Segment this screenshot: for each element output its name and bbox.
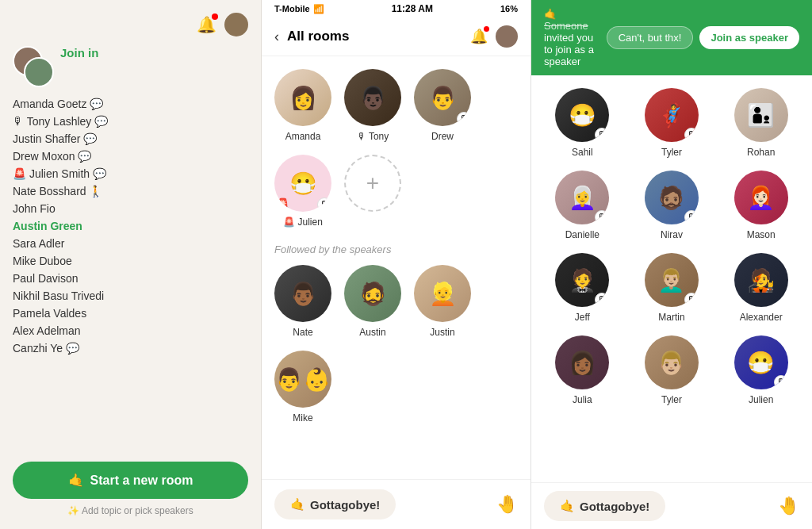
right-content: 😷 🎙 Sahil 🦸 🎙 Tyler 👨‍👦 Rohan bbox=[531, 75, 812, 482]
list-item[interactable]: Canzhi Ye 💬 bbox=[13, 339, 248, 357]
gottagobye-emoji: 🤙 bbox=[290, 497, 305, 512]
participant-item[interactable]: 👨🏼 Tyler bbox=[634, 335, 710, 405]
back-button[interactable]: ‹ bbox=[274, 29, 279, 45]
right-footer: 🤙 Gottagobye! 🤚 bbox=[531, 482, 812, 529]
participant-name: Julien bbox=[749, 394, 773, 405]
gottagobye-label: Gottagobye! bbox=[310, 498, 380, 512]
julien-emoji-badge: 🚨 bbox=[276, 197, 289, 210]
speaker-name: Nate bbox=[293, 327, 312, 338]
mute-icon: 🎙 bbox=[595, 128, 609, 142]
list-item[interactable]: Austin Green bbox=[13, 217, 248, 235]
speaker-item[interactable]: 👱 Justin bbox=[414, 265, 471, 338]
speaker-item[interactable]: 👩 Amanda bbox=[274, 69, 331, 142]
status-bar-right: 16% bbox=[500, 4, 518, 13]
join-speaker-button[interactable]: Join as speaker bbox=[699, 26, 799, 49]
right-wave-icon: 🤚 bbox=[778, 496, 799, 516]
speaker-item[interactable]: 👨🏾 Nate bbox=[274, 265, 331, 338]
list-item[interactable]: Nate Bosshard 🚶 bbox=[13, 182, 248, 200]
justin-face-icon: 👱 bbox=[414, 265, 471, 322]
amanda-face-icon: 👩 bbox=[274, 69, 331, 126]
participant-avatar-danielle: 👩‍🦳 🎙 bbox=[555, 171, 609, 224]
speaker-avatar-austin: 🧔 bbox=[344, 265, 401, 322]
nate-face-icon: 👨🏾 bbox=[274, 265, 331, 322]
speaker-item[interactable]: 😷 🚨 🎙 🚨 Julien bbox=[274, 155, 331, 228]
participant-item[interactable]: 🧑‍🎤 Alexander bbox=[722, 253, 799, 323]
gottagobye-button[interactable]: 🤙 Gottagobye! bbox=[274, 489, 396, 519]
start-room-emoji: 🤙 bbox=[68, 473, 84, 488]
participant-avatar-julien2: 😷 🎙 bbox=[734, 335, 788, 389]
participant-avatar-rohan: 👨‍👦 bbox=[734, 88, 788, 142]
status-bar-left: T-Mobile 📶 bbox=[274, 4, 324, 14]
add-topic-label[interactable]: ✨ Add topic or pick speakers bbox=[13, 505, 248, 516]
status-bar: T-Mobile 📶 11:28 AM 16% bbox=[262, 0, 530, 17]
right-gottagobye-emoji: 🤙 bbox=[560, 499, 575, 513]
participants-grid: 😷 🎙 Sahil 🦸 🎙 Tyler 👨‍👦 Rohan bbox=[544, 88, 799, 405]
speaker-item[interactable]: 👨 🎙 Drew bbox=[414, 69, 471, 142]
right-gottagobye-button[interactable]: 🤙 Gottagobye! bbox=[544, 491, 665, 521]
participant-avatar-mason: 👩🏻‍🦰 bbox=[734, 171, 788, 224]
mute-icon: 🎙 bbox=[595, 293, 609, 307]
add-speaker-button[interactable]: + bbox=[344, 155, 401, 212]
participant-item[interactable]: 👩🏾 Julia bbox=[544, 335, 621, 405]
rohan-face-icon: 👨‍👦 bbox=[734, 88, 788, 142]
mute-icon: 🎙 bbox=[684, 128, 699, 142]
speaker-avatar-amanda: 👩 bbox=[274, 69, 331, 126]
participant-item[interactable]: 😷 🎙 Julien bbox=[722, 335, 799, 405]
participant-avatar-nirav: 🧔🏽 🎙 bbox=[645, 171, 699, 224]
participant-avatar-tyler: 🦸 🎙 bbox=[645, 88, 699, 142]
bottom-section: 🤙 Start a new room ✨ Add topic or pick s… bbox=[13, 452, 248, 516]
middle-panel: T-Mobile 📶 11:28 AM 16% ‹ All rooms 🔔 👩 … bbox=[262, 0, 531, 529]
list-item[interactable]: Mike Duboe bbox=[13, 252, 248, 270]
avatar[interactable] bbox=[224, 13, 248, 36]
participant-item[interactable]: 😷 🎙 Sahil bbox=[544, 88, 621, 158]
participant-avatar-jeff: 🤵 🎙 bbox=[555, 253, 609, 307]
list-item[interactable]: Sara Adler bbox=[13, 235, 248, 252]
list-item[interactable]: 🚨 Julien Smith 💬 bbox=[13, 165, 248, 182]
participant-item[interactable]: 👩🏻‍🦰 Mason bbox=[722, 171, 799, 240]
notification-bell-icon[interactable]: 🔔 bbox=[197, 15, 216, 34]
speakers-grid: 👩 Amanda 👨🏿 🎙 Tony 👨 🎙 Drew bbox=[274, 69, 518, 228]
mute-icon: 🎙 bbox=[684, 210, 699, 224]
list-item[interactable]: Drew Moxon 💬 bbox=[13, 148, 248, 165]
participant-name: Martin bbox=[658, 312, 684, 323]
list-item[interactable]: Nikhil Basu Trivedi bbox=[13, 287, 248, 305]
right-gottagobye-label: Gottagobye! bbox=[580, 500, 649, 513]
participant-item[interactable]: 👨‍👦 Rohan bbox=[722, 88, 799, 158]
avatar-stack bbox=[13, 46, 54, 87]
speaker-item[interactable]: 👨🏿 🎙 Tony bbox=[344, 69, 401, 142]
list-item[interactable]: Alex Adelman bbox=[13, 322, 248, 339]
section-label: Followed by the speakers bbox=[274, 243, 518, 255]
join-in-label: Join in bbox=[60, 46, 248, 59]
start-room-button[interactable]: 🤙 Start a new room bbox=[13, 462, 248, 499]
list-item[interactable]: 🎙 Tony Lashley 💬 bbox=[13, 113, 248, 130]
speaker-item[interactable]: 🧔 Austin bbox=[344, 265, 401, 338]
participant-item[interactable]: 🧔🏽 🎙 Nirav bbox=[634, 171, 710, 240]
participant-item[interactable]: 👨🏼‍🦱 🎙 Martin bbox=[634, 253, 710, 323]
bell-icon[interactable]: 🔔 bbox=[470, 28, 488, 45]
participant-item[interactable]: 🤵 🎙 Jeff bbox=[544, 253, 621, 323]
invite-text: 🤙 Someone invited you to join as a speak… bbox=[544, 8, 599, 67]
participant-avatar-alexander: 🧑‍🎤 bbox=[734, 253, 788, 307]
participant-item[interactable]: 🦸 🎙 Tyler bbox=[634, 88, 710, 158]
user-list: Amanda Goetz 💬 🎙 Tony Lashley 💬 Justin S… bbox=[13, 95, 248, 452]
list-item[interactable]: Paul Davison bbox=[13, 270, 248, 287]
middle-content: 👩 Amanda 👨🏿 🎙 Tony 👨 🎙 Drew bbox=[262, 56, 530, 479]
participant-item[interactable]: 👩‍🦳 🎙 Danielle bbox=[544, 171, 621, 240]
cant-button[interactable]: Can't, but thx! bbox=[607, 26, 694, 49]
list-item[interactable]: Pamela Valdes bbox=[13, 305, 248, 322]
speaker-name: Amanda bbox=[285, 131, 321, 142]
user-avatar[interactable] bbox=[496, 25, 518, 48]
mute-icon: 🎙 bbox=[684, 293, 699, 307]
participant-name: Danielle bbox=[565, 229, 599, 240]
participant-avatar-martin: 👨🏼‍🦱 🎙 bbox=[645, 253, 699, 307]
list-item[interactable]: Amanda Goetz 💬 bbox=[13, 95, 248, 113]
all-rooms-title: All rooms bbox=[287, 29, 462, 44]
speaker-avatar-tony: 👨🏿 bbox=[344, 69, 401, 126]
participant-name: Julia bbox=[573, 394, 592, 405]
list-item[interactable]: Justin Shaffer 💬 bbox=[13, 130, 248, 148]
left-header: 🔔 bbox=[13, 13, 248, 36]
speaker-item[interactable]: 👨‍👶 Mike bbox=[274, 351, 331, 424]
participant-name: Jeff bbox=[575, 312, 590, 323]
list-item[interactable]: John Fio bbox=[13, 200, 248, 217]
participant-name: Rohan bbox=[747, 147, 775, 158]
